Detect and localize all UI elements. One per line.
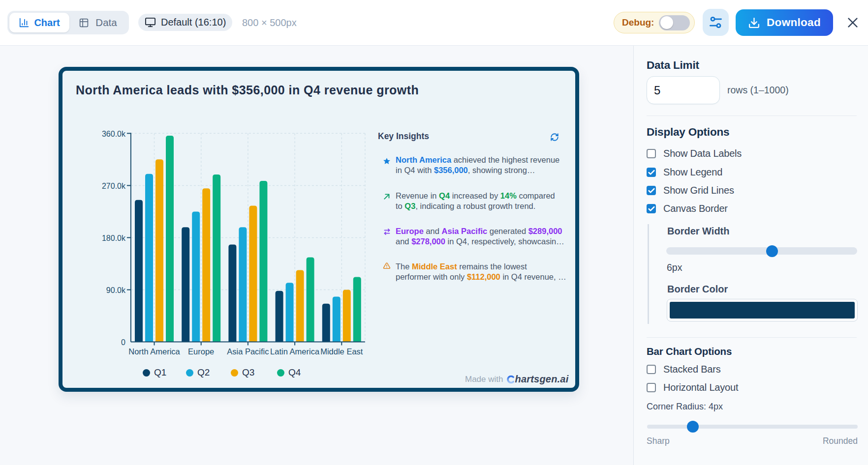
svg-text:180.0k: 180.0k [102, 234, 126, 242]
svg-text:270.0k: 270.0k [102, 182, 126, 190]
svg-text:Europe: Europe [188, 347, 214, 356]
svg-text:0: 0 [121, 338, 125, 347]
svg-text:Middle East: Middle East [320, 347, 363, 356]
svg-text:North America: North America [128, 347, 180, 356]
svg-text:Asia Pacific: Asia Pacific [227, 347, 269, 356]
svg-text:90.0k: 90.0k [106, 286, 126, 294]
svg-text:Latin America: Latin America [270, 347, 320, 356]
svg-text:360.0k: 360.0k [102, 130, 126, 138]
